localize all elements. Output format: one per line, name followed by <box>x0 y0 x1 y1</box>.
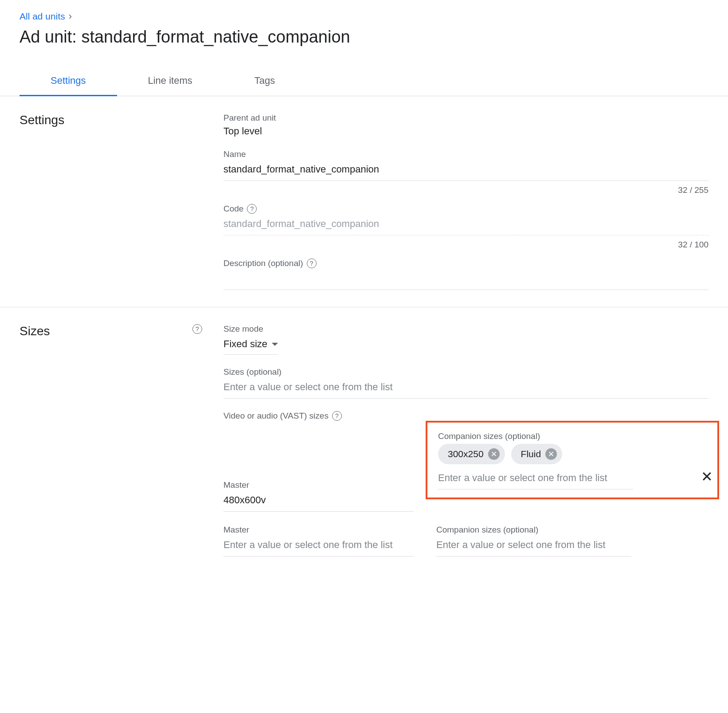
tab-tags[interactable]: Tags <box>223 67 306 96</box>
sizes-input[interactable] <box>223 380 708 399</box>
breadcrumb-all-ad-units[interactable]: All ad units <box>20 11 65 22</box>
name-input[interactable] <box>223 162 708 181</box>
companion-chips: 300x250✕Fluid✕ <box>438 444 707 464</box>
help-icon[interactable]: ? <box>332 411 342 421</box>
size-mode-dropdown[interactable]: Fixed size <box>223 337 278 355</box>
description-label: Description (optional) ? <box>223 259 708 268</box>
section-title-sizes: Sizes <box>20 324 185 338</box>
chevron-right-icon: › <box>69 11 72 22</box>
page-title: Ad unit: standard_format_native_companio… <box>20 27 708 47</box>
master-input-2[interactable] <box>223 537 414 556</box>
chevron-down-icon <box>272 343 278 346</box>
description-input[interactable] <box>223 271 708 290</box>
master-label-2: Master <box>223 525 414 535</box>
companion-highlight: Companion sizes (optional) 300x250✕Fluid… <box>426 421 719 499</box>
chip-remove-icon[interactable]: ✕ <box>545 448 557 460</box>
chip-label: Fluid <box>521 449 541 459</box>
companion-sizes-input-2[interactable] <box>436 537 631 556</box>
close-icon[interactable]: ✕ <box>701 470 713 484</box>
sizes-label: Sizes (optional) <box>223 367 708 377</box>
section-settings: Settings Parent ad unit Top level Name 3… <box>0 96 728 307</box>
tab-settings[interactable]: Settings <box>20 67 117 96</box>
companion-sizes-label-2: Companion sizes (optional) <box>436 525 708 535</box>
code-label: Code ? <box>223 204 708 214</box>
companion-chip: 300x250✕ <box>438 444 505 464</box>
companion-sizes-label: Companion sizes (optional) <box>438 431 707 441</box>
companion-sizes-input[interactable] <box>438 470 633 490</box>
size-mode-label: Size mode <box>223 324 708 334</box>
breadcrumb: All ad units › <box>20 11 708 22</box>
parent-ad-unit-value: Top level <box>223 125 708 137</box>
master-label: Master <box>223 480 414 490</box>
name-char-count: 32 / 255 <box>223 185 708 195</box>
chip-remove-icon[interactable]: ✕ <box>488 448 500 460</box>
help-icon[interactable]: ? <box>247 204 257 214</box>
code-input <box>223 216 708 235</box>
master-input[interactable] <box>223 493 414 512</box>
section-title-settings: Settings <box>20 113 223 127</box>
help-icon[interactable]: ? <box>192 324 202 334</box>
chip-label: 300x250 <box>448 449 484 459</box>
companion-chip: Fluid✕ <box>511 444 563 464</box>
tabs: Settings Line items Tags <box>0 66 728 96</box>
parent-ad-unit-label: Parent ad unit <box>223 113 708 123</box>
code-char-count: 32 / 100 <box>223 240 708 250</box>
help-icon[interactable]: ? <box>307 259 317 268</box>
section-sizes: Sizes ? Size mode Fixed size Sizes (opti… <box>0 307 728 573</box>
name-label: Name <box>223 149 708 159</box>
vast-sizes-label: Video or audio (VAST) sizes ? <box>223 411 708 421</box>
tab-line-items[interactable]: Line items <box>117 67 223 96</box>
